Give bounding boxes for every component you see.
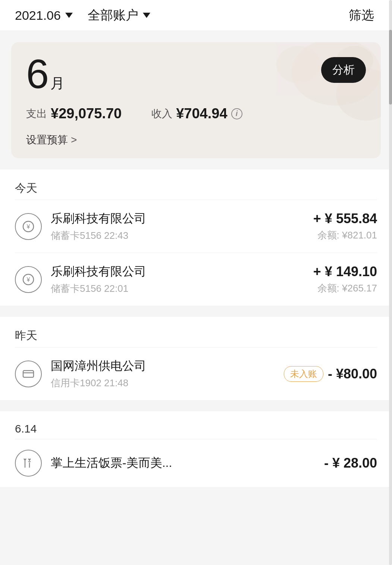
- transaction-sub-t3: 信用卡1902 21:48: [51, 377, 275, 390]
- amount-row-t2: + ¥ 149.10: [313, 264, 377, 280]
- transaction-icon-card: [15, 360, 42, 387]
- top-bar-left: 2021.06 全部账户: [15, 7, 150, 24]
- scrollbar[interactable]: [389, 0, 392, 565]
- amount-row-t4: - ¥ 28.00: [324, 455, 377, 471]
- transaction-info-t4: 掌上生活饭票-美而美...: [51, 455, 315, 471]
- date-label-0: 今天: [15, 169, 377, 200]
- top-bar: 2021.06 全部账户 筛选: [0, 0, 392, 31]
- transaction-right-t4: - ¥ 28.00: [324, 455, 377, 471]
- expense-item: 支出 ¥29,075.70: [26, 106, 122, 122]
- budget-link[interactable]: 设置预算 >: [26, 133, 366, 147]
- transaction-name-t1: 乐刷科技有限公司: [51, 210, 304, 227]
- expense-label: 支出: [26, 107, 47, 121]
- income-label: 收入: [151, 107, 172, 121]
- transaction-balance-t1: 余额: ¥821.01: [313, 229, 377, 242]
- month-label: 月: [50, 74, 65, 93]
- analyze-button[interactable]: 分析: [321, 57, 366, 83]
- svg-text:¥: ¥: [26, 277, 30, 283]
- transaction-icon-coin: ¥: [15, 213, 42, 240]
- income-item: 收入 ¥704.94 i: [151, 106, 242, 122]
- transaction-amount-t1: + ¥ 555.84: [313, 211, 377, 227]
- summary-amounts: 支出 ¥29,075.70 收入 ¥704.94 i: [26, 106, 366, 122]
- account-filter[interactable]: 全部账户: [88, 7, 150, 24]
- filter-btn[interactable]: 筛选: [349, 7, 377, 24]
- date-label-1: 昨天: [15, 317, 377, 347]
- date-label-2: 6.14: [15, 411, 377, 439]
- expense-value: ¥29,075.70: [51, 106, 122, 122]
- transaction-item-t3[interactable]: 国网漳州供电公司信用卡1902 21:48未入账- ¥80.00: [15, 347, 377, 400]
- transaction-right-t1: + ¥ 555.84余额: ¥821.01: [313, 211, 377, 242]
- transaction-amount-t4: - ¥ 28.00: [324, 455, 377, 471]
- transaction-item-t4[interactable]: 掌上生活饭票-美而美...- ¥ 28.00: [15, 439, 377, 487]
- summary-month: 6 月: [26, 53, 366, 94]
- filter-label: 筛选: [349, 7, 374, 24]
- month-number: 6: [26, 53, 49, 94]
- date-filter[interactable]: 2021.06: [15, 8, 73, 23]
- budget-label: 设置预算: [26, 133, 68, 147]
- summary-card: 6 月 分析 支出 ¥29,075.70 收入 ¥704.94 i 设置预算 >: [11, 42, 381, 158]
- transaction-info-t1: 乐刷科技有限公司储蓄卡5156 22:43: [51, 210, 304, 242]
- transaction-icon-coin: ¥: [15, 266, 42, 293]
- amount-row-t3: 未入账- ¥80.00: [284, 366, 377, 382]
- transaction-right-t3: 未入账- ¥80.00: [284, 366, 377, 382]
- transaction-sub-t1: 储蓄卡5156 22:43: [51, 229, 304, 242]
- section-1: 昨天 国网漳州供电公司信用卡1902 21:48未入账- ¥80.00: [0, 317, 392, 400]
- budget-chevron-icon: >: [71, 134, 77, 146]
- transaction-item-t1[interactable]: ¥ 乐刷科技有限公司储蓄卡5156 22:43+ ¥ 555.84余额: ¥82…: [15, 200, 377, 253]
- transaction-name-t4: 掌上生活饭票-美而美...: [51, 455, 315, 471]
- transactions-container: 今天 ¥ 乐刷科技有限公司储蓄卡5156 22:43+ ¥ 555.84余额: …: [0, 169, 392, 487]
- scrollbar-thumb[interactable]: [389, 30, 392, 104]
- transaction-sub-t2: 储蓄卡5156 22:01: [51, 282, 304, 295]
- transaction-icon-food: [15, 450, 42, 477]
- section-0: 今天 ¥ 乐刷科技有限公司储蓄卡5156 22:43+ ¥ 555.84余额: …: [0, 169, 392, 306]
- account-arrow-icon: [143, 13, 150, 18]
- amount-row-t1: + ¥ 555.84: [313, 211, 377, 227]
- transaction-balance-t2: 余额: ¥265.17: [313, 282, 377, 295]
- date-arrow-icon: [65, 13, 73, 18]
- transaction-right-t2: + ¥ 149.10余额: ¥265.17: [313, 264, 377, 295]
- transaction-info-t2: 乐刷科技有限公司储蓄卡5156 22:01: [51, 263, 304, 295]
- transaction-info-t3: 国网漳州供电公司信用卡1902 21:48: [51, 358, 275, 390]
- account-label: 全部账户: [88, 7, 138, 24]
- section-2: 6.14 掌上生活饭票-美而美...- ¥ 28.00: [0, 411, 392, 487]
- transaction-amount-t3: - ¥80.00: [328, 366, 377, 382]
- income-value: ¥704.94: [176, 106, 227, 122]
- transaction-item-t2[interactable]: ¥ 乐刷科技有限公司储蓄卡5156 22:01+ ¥ 149.10余额: ¥26…: [15, 253, 377, 306]
- income-info-icon[interactable]: i: [231, 108, 242, 119]
- svg-text:¥: ¥: [26, 224, 30, 230]
- pending-badge-t3: 未入账: [284, 366, 323, 382]
- svg-rect-8: [23, 371, 34, 377]
- date-label: 2021.06: [15, 8, 61, 23]
- transaction-name-t3: 国网漳州供电公司: [51, 358, 275, 374]
- transaction-amount-t2: + ¥ 149.10: [313, 264, 377, 280]
- transaction-name-t2: 乐刷科技有限公司: [51, 263, 304, 280]
